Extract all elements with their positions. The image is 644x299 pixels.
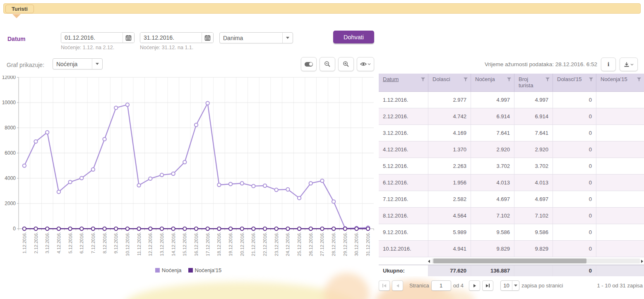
cell-datum: 8.12.2016. bbox=[379, 208, 428, 224]
table-row[interactable]: 9.12.2016.5.9899.5869.5860 bbox=[379, 224, 644, 241]
page-number-input[interactable] bbox=[431, 280, 451, 291]
pagination-bar: Stranica od 4 10 zapisa po stranici 1 - … bbox=[379, 280, 643, 291]
table-row[interactable]: 5.12.2016.2.2633.7023.7020 bbox=[379, 158, 644, 175]
table-row[interactable]: 3.12.2016.4.1697.6417.6410 bbox=[379, 125, 644, 141]
last-page-button[interactable] bbox=[482, 280, 493, 291]
dohvati-button[interactable]: Dohvati bbox=[333, 31, 374, 43]
svg-text:2.12.2016.: 2.12.2016. bbox=[34, 232, 38, 254]
column-header-4[interactable]: Broj turista bbox=[514, 74, 553, 91]
cell-value: 4.742 bbox=[428, 108, 471, 124]
cell-datum: 4.12.2016. bbox=[379, 141, 428, 158]
column-header-2[interactable]: Dolasci bbox=[428, 74, 471, 91]
cell-datum: 6.12.2016. bbox=[379, 175, 428, 191]
legend-item[interactable]: Noćenja bbox=[155, 267, 182, 273]
first-page-button[interactable] bbox=[379, 280, 390, 291]
cell-value bbox=[596, 108, 644, 124]
total-value: 0 bbox=[553, 265, 596, 276]
cell-value: 2.920 bbox=[471, 141, 514, 158]
table-row[interactable]: 2.12.2016.4.7426.9146.9140 bbox=[379, 108, 644, 125]
turisti-table: DatumDolasciNoćenjaBroj turistaDolasci'1… bbox=[379, 74, 644, 276]
svg-text:3.12.2016.: 3.12.2016. bbox=[45, 232, 50, 254]
svg-text:25.12.2016.: 25.12.2016. bbox=[297, 232, 302, 256]
page-size-label: zapisa po stranici bbox=[521, 282, 563, 289]
info-icon: i bbox=[608, 61, 609, 68]
cell-value bbox=[596, 141, 644, 158]
zoom-in-icon bbox=[343, 61, 349, 67]
cell-value: 0 bbox=[553, 241, 596, 257]
zoom-out-button[interactable] bbox=[320, 57, 335, 71]
svg-text:21.12.2016.: 21.12.2016. bbox=[251, 232, 256, 256]
series-visibility-button[interactable] bbox=[357, 57, 374, 71]
table-row[interactable]: 10.12.2016.4.9419.8299.8290 bbox=[379, 241, 644, 257]
column-header-5[interactable]: Dolasci'15 bbox=[553, 74, 596, 91]
cell-value: 4.013 bbox=[471, 175, 514, 191]
filter-icon[interactable] bbox=[637, 77, 641, 81]
svg-text:29.12.2016.: 29.12.2016. bbox=[343, 232, 348, 256]
svg-text:12000: 12000 bbox=[2, 76, 16, 80]
graf-prikazuje-select[interactable]: Noćenja bbox=[53, 58, 103, 69]
column-header-3[interactable]: Noćenja bbox=[471, 74, 514, 91]
cell-value: 0 bbox=[553, 141, 596, 158]
zoom-out-icon bbox=[324, 61, 331, 67]
filter-icon[interactable] bbox=[589, 77, 593, 81]
tab-turisti-label: Turisti bbox=[12, 6, 28, 12]
nocenja-line-chart[interactable]: 0200040006000800010000120001.12.2016.2.1… bbox=[2, 76, 377, 267]
scrollbar-thumb[interactable] bbox=[433, 258, 586, 263]
cell-value: 7.641 bbox=[471, 125, 514, 141]
svg-text:23.12.2016.: 23.12.2016. bbox=[274, 232, 279, 256]
zoom-in-button[interactable] bbox=[338, 57, 354, 71]
cell-value: 0 bbox=[553, 175, 596, 191]
svg-text:14.12.2016.: 14.12.2016. bbox=[171, 232, 176, 256]
svg-text:2000: 2000 bbox=[5, 201, 16, 206]
datum-label: Datum bbox=[7, 36, 26, 42]
filter-icon[interactable] bbox=[545, 77, 550, 81]
svg-text:10.12.2016.: 10.12.2016. bbox=[125, 232, 130, 256]
previous-page-button[interactable] bbox=[392, 280, 403, 291]
legend-item[interactable]: Noćenja'15 bbox=[188, 267, 222, 273]
svg-text:9.12.2016.: 9.12.2016. bbox=[113, 232, 118, 254]
calendar-button-to[interactable] bbox=[202, 33, 213, 43]
date-to-hint: Noćenje: 31.12. na 1.1. bbox=[140, 45, 193, 50]
table-row[interactable]: 4.12.2016.1.3702.9202.9200 bbox=[379, 141, 644, 158]
table-row[interactable]: 7.12.2016.2.5824.6974.6970 bbox=[379, 191, 644, 208]
scroll-left-icon[interactable] bbox=[428, 260, 430, 263]
table-row[interactable]: 6.12.2016.1.9564.0134.0130 bbox=[379, 175, 644, 191]
cell-value: 0 bbox=[553, 191, 596, 207]
prikaz-po-select[interactable]: Prikaz po Danima bbox=[219, 32, 293, 43]
cell-value: 7.102 bbox=[514, 208, 553, 224]
next-page-button[interactable] bbox=[469, 280, 480, 291]
filter-icon[interactable] bbox=[464, 77, 468, 81]
page-size-select[interactable]: 10 bbox=[500, 280, 519, 291]
date-to-input[interactable] bbox=[140, 33, 202, 43]
cell-value: 1.956 bbox=[428, 175, 471, 191]
table-row[interactable]: 8.12.2016.4.5647.1027.1020 bbox=[379, 208, 644, 224]
table-header: DatumDolasciNoćenjaBroj turistaDolasci'1… bbox=[379, 74, 644, 92]
calendar-button-from[interactable] bbox=[123, 33, 134, 43]
export-button[interactable] bbox=[620, 57, 638, 71]
cell-value: 2.263 bbox=[428, 158, 471, 174]
page-label: Stranica bbox=[409, 282, 429, 289]
svg-text:6000: 6000 bbox=[5, 150, 16, 156]
column-header-1[interactable]: Datum bbox=[379, 74, 428, 91]
svg-text:10000: 10000 bbox=[2, 100, 16, 105]
table-row[interactable]: 1.12.2016.2.9774.9974.9970 bbox=[379, 92, 644, 108]
column-header-6[interactable]: Noćenja'15 bbox=[596, 74, 644, 91]
tab-turisti[interactable]: Turisti bbox=[5, 5, 34, 13]
chart-toggle-button[interactable] bbox=[301, 57, 317, 71]
chevron-down-icon bbox=[283, 37, 293, 39]
cell-value: 3.702 bbox=[471, 158, 514, 174]
svg-text:27.12.2016.: 27.12.2016. bbox=[320, 232, 324, 256]
date-from-input[interactable] bbox=[61, 33, 123, 43]
info-button[interactable]: i bbox=[601, 57, 616, 71]
table-hscrollbar[interactable] bbox=[379, 257, 644, 265]
cell-datum: 5.12.2016. bbox=[379, 158, 428, 174]
scroll-right-icon[interactable] bbox=[641, 260, 643, 263]
date-to-field: Do bbox=[140, 32, 214, 43]
cell-value: 4.997 bbox=[514, 92, 553, 108]
filter-icon[interactable] bbox=[421, 77, 425, 81]
filter-icon[interactable] bbox=[507, 77, 511, 81]
cell-datum: 7.12.2016. bbox=[379, 191, 428, 207]
svg-text:16.12.2016.: 16.12.2016. bbox=[194, 232, 199, 256]
cell-value bbox=[596, 208, 644, 224]
svg-text:22.12.2016.: 22.12.2016. bbox=[262, 232, 267, 256]
